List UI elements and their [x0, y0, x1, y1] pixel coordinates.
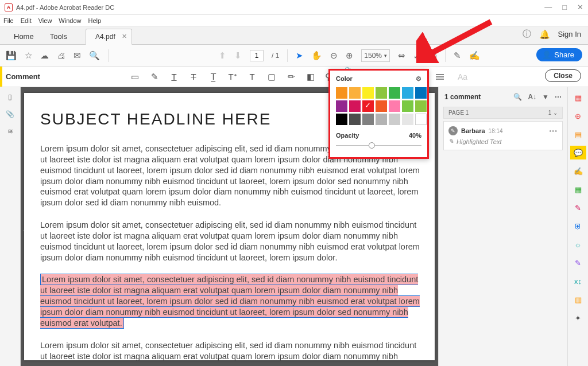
opacity-slider[interactable] [336, 142, 421, 149]
rr-redact-icon[interactable]: ✎ [570, 256, 586, 270]
rr-organize-icon[interactable]: ✎ [570, 201, 586, 215]
fit-page-icon[interactable]: ⤢ [413, 50, 421, 61]
color-swatch[interactable] [415, 87, 427, 99]
color-swatch[interactable] [402, 87, 413, 99]
thumbnails-icon[interactable]: ▯ [8, 93, 12, 101]
tab-home[interactable]: Home [6, 29, 42, 44]
rr-tools-icon[interactable]: ✦ [570, 311, 586, 325]
star-icon[interactable]: ☆ [25, 50, 32, 61]
page-up-icon[interactable]: ⬆ [219, 50, 226, 61]
cloud-up-icon[interactable]: ☁ [40, 50, 49, 61]
color-swatch[interactable] [415, 114, 427, 125]
color-swatch[interactable] [336, 100, 347, 112]
strikethrough-icon[interactable]: T [188, 72, 199, 81]
color-swatch[interactable] [362, 100, 374, 112]
comment-card[interactable]: ✎ Barbara 18:14 ••• ✎ Highlighted Text [443, 121, 563, 150]
color-swatch[interactable] [362, 87, 374, 99]
color-swatch[interactable] [349, 114, 361, 125]
rr-measure-icon[interactable]: x↕ [570, 274, 586, 288]
page-down-icon[interactable]: ⬇ [234, 50, 242, 61]
edit-pdf-icon[interactable]: ✎ [454, 50, 461, 61]
fit-width-icon[interactable]: ⇔ [398, 50, 405, 61]
color-swatch[interactable] [389, 100, 400, 112]
filter-comments-icon[interactable]: ▼ [542, 93, 549, 101]
minimize-button[interactable]: ― [544, 3, 552, 11]
comment-type-label: Highlighted Text [457, 138, 501, 145]
comment-more-icon[interactable]: ••• [549, 127, 558, 134]
menu-edit[interactable]: Edit [21, 17, 32, 24]
rr-create-icon[interactable]: ▦ [570, 91, 586, 104]
sticky-note-icon[interactable]: ▭ [129, 72, 141, 82]
sign-in-link[interactable]: Sign In [558, 30, 581, 38]
help-icon[interactable]: ⓘ [523, 29, 531, 40]
menu-help[interactable]: Help [88, 17, 101, 24]
sign-icon[interactable]: ✍ [469, 50, 480, 61]
tab-document[interactable]: A4.pdf ✕ [86, 29, 132, 45]
bell-icon[interactable]: 🔔 [539, 29, 550, 40]
color-swatch[interactable] [402, 100, 413, 112]
tab-tools[interactable]: Tools [42, 29, 75, 44]
color-swatch[interactable] [376, 100, 387, 112]
highlight-glyph-icon: ✎ [448, 138, 454, 145]
color-swatch[interactable] [336, 114, 347, 125]
gear-icon[interactable]: ⚙ [416, 75, 421, 83]
attachments-icon[interactable]: 📎 [6, 110, 14, 118]
search-comments-icon[interactable]: 🔍 [513, 93, 522, 101]
save-icon[interactable]: 💾 [6, 50, 17, 61]
close-comment-button[interactable]: Close [545, 69, 581, 82]
rr-protect-icon[interactable]: ⛨ [570, 219, 586, 233]
close-window-button[interactable]: ✕ [577, 3, 583, 11]
comment-bar-label: Comment [6, 72, 40, 81]
rr-comment-icon[interactable]: 💬 [570, 146, 586, 159]
eraser-icon[interactable]: ◧ [305, 72, 316, 82]
rr-compress-icon[interactable]: ☼ [570, 237, 586, 251]
sort-comments-icon[interactable]: A↓ [528, 93, 536, 101]
color-swatch[interactable] [376, 87, 387, 99]
opacity-slider-knob[interactable] [369, 142, 375, 149]
share-button[interactable]: 👤 Share [536, 48, 582, 61]
menu-view[interactable]: View [38, 17, 52, 24]
color-swatch[interactable] [349, 100, 361, 112]
page-group-count: 1 ⌄ [548, 110, 558, 116]
layers-icon[interactable]: ≋ [7, 127, 13, 135]
maximize-button[interactable]: □ [562, 3, 567, 11]
page-number-input[interactable] [250, 50, 264, 61]
menu-window[interactable]: Window [59, 17, 81, 24]
zoom-in-icon[interactable]: ⊕ [346, 50, 353, 61]
options-icon[interactable]: ⋯ [555, 93, 562, 101]
mail-icon[interactable]: ✉ [74, 50, 81, 61]
hand-icon[interactable]: ✋ [311, 50, 322, 61]
rr-export-icon[interactable]: ▦ [570, 182, 586, 196]
color-swatch[interactable] [415, 100, 427, 112]
menu-file[interactable]: File [3, 17, 14, 24]
opacity-label: Opacity [336, 132, 359, 139]
text-box-icon[interactable]: ▢ [266, 72, 277, 82]
line-weight-icon[interactable] [436, 74, 444, 80]
highlighted-paragraph[interactable]: Lorem ipsum dolor sit amet, consectetuer… [40, 274, 421, 328]
search-icon[interactable]: 🔍 [89, 50, 100, 61]
color-swatch[interactable] [362, 114, 374, 125]
replace-text-icon[interactable]: T̲ [207, 72, 219, 82]
color-swatch[interactable] [349, 87, 361, 99]
rr-combine-icon[interactable]: ⊕ [570, 109, 586, 123]
print-icon[interactable]: 🖨 [57, 50, 65, 60]
read-mode-icon[interactable]: ▭ [429, 50, 437, 61]
highlight-icon[interactable]: ✎ [149, 72, 160, 82]
color-swatch[interactable] [376, 114, 387, 125]
text-comment-icon[interactable]: T [246, 72, 258, 81]
pencil-icon[interactable]: ✏ [285, 72, 297, 82]
color-swatch[interactable] [336, 87, 347, 99]
zoom-select[interactable]: 150%▾ [361, 49, 390, 62]
comment-page-group[interactable]: PAGE 1 1 ⌄ [443, 107, 563, 119]
insert-text-icon[interactable]: Tᐩ [227, 72, 238, 82]
rr-more-icon[interactable]: ▥ [570, 293, 586, 306]
color-swatch[interactable] [389, 87, 400, 99]
rr-edit-icon[interactable]: ▤ [570, 127, 586, 141]
rr-fill-sign-icon[interactable]: ✍ [570, 164, 586, 178]
color-swatch[interactable] [402, 114, 413, 125]
underline-icon[interactable]: T [168, 72, 180, 81]
color-swatch[interactable] [389, 114, 400, 125]
tab-close-icon[interactable]: ✕ [122, 33, 127, 40]
zoom-out-icon[interactable]: ⊖ [330, 50, 338, 61]
pointer-icon[interactable]: ➤ [296, 50, 303, 61]
